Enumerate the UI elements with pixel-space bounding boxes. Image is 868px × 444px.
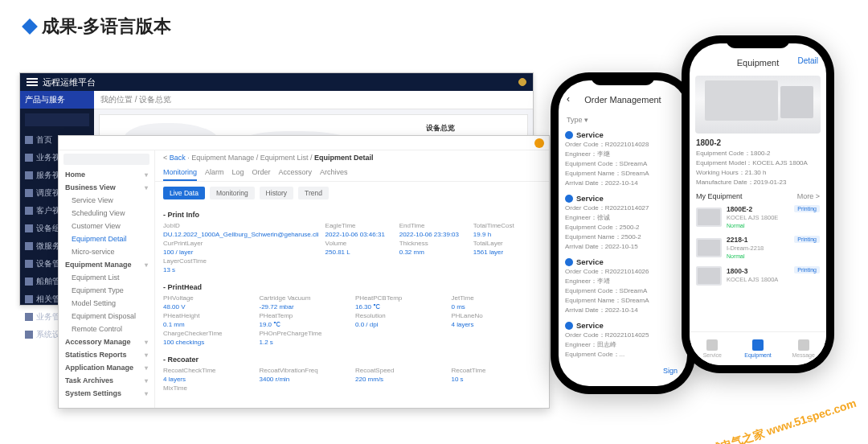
sidebar-item[interactable]: System Settings▾ bbox=[59, 387, 154, 400]
hamburger-icon[interactable] bbox=[27, 78, 38, 86]
desktop-window-en: Home▾Business View▾Service ViewSchedulin… bbox=[58, 135, 550, 409]
service-card[interactable]: ServiceOrder Code：R20221014026Engineer：李… bbox=[565, 257, 681, 314]
tabbar-equipment[interactable]: Equipment bbox=[735, 332, 781, 365]
breadcrumb-en: < Back · Equipment Manage / Equipment Li… bbox=[155, 150, 549, 165]
sidebar-en: Home▾Business View▾Service ViewSchedulin… bbox=[59, 136, 155, 408]
phone-title-2: Equipment bbox=[737, 58, 780, 68]
sign-link[interactable]: Sign bbox=[565, 365, 681, 376]
avatar-icon[interactable] bbox=[534, 138, 544, 148]
service-card[interactable]: ServiceOrder Code：R20221014025Engineer：田… bbox=[565, 321, 681, 359]
sidebar-item[interactable]: Equipment Type bbox=[59, 284, 154, 297]
btn-monitoring[interactable]: Monitoring bbox=[210, 187, 255, 199]
btn-trend[interactable]: Trend bbox=[298, 187, 329, 199]
sidebar-item[interactable]: Equipment Disposal bbox=[59, 310, 154, 323]
watermark: 环球电气之家 www.51spec.com bbox=[698, 397, 858, 444]
sidebar-search-en[interactable] bbox=[63, 154, 149, 165]
more-link[interactable]: More > bbox=[797, 192, 820, 200]
phone-equipment: Equipment Detail 1800-2 Equipment Code：1… bbox=[682, 35, 834, 373]
back-icon[interactable]: ‹ bbox=[567, 93, 570, 105]
tabs-en: MonitoringAlarmLogOrderAccessoryArchives bbox=[155, 165, 549, 182]
sidebar-item[interactable]: Statistics Reports▾ bbox=[59, 348, 154, 361]
equipment-name: 1800-2 bbox=[690, 137, 826, 149]
btn-history[interactable]: History bbox=[260, 187, 293, 199]
sidebar-tab[interactable]: 产品与服务 bbox=[20, 91, 94, 109]
sidebar-search[interactable] bbox=[25, 113, 89, 126]
tab-log[interactable]: Log bbox=[232, 165, 244, 181]
phone-order-management: ‹ Order Management Type ▾ ServiceOrder C… bbox=[551, 72, 695, 394]
status-badge: Printing bbox=[794, 236, 820, 243]
section-print-info: - Print Info bbox=[163, 211, 541, 219]
equipment-row[interactable]: 1800E-2KOCEL AJS 1800ENormalPrinting bbox=[690, 202, 826, 232]
title-text: 成果-多语言版本 bbox=[42, 14, 171, 39]
btn-live-data[interactable]: Live Data bbox=[163, 187, 205, 199]
window-header: 远程运维平台 bbox=[20, 73, 533, 91]
window-header-2 bbox=[59, 136, 549, 150]
sidebar-item[interactable]: Accessory Manage▾ bbox=[59, 335, 154, 348]
sidebar-item[interactable]: Equipment Manage▾ bbox=[59, 258, 154, 271]
service-card[interactable]: ServiceOrder Code：R20221014027Engineer：徐… bbox=[565, 194, 681, 251]
service-icon bbox=[565, 322, 573, 330]
tabbar-service[interactable]: Service bbox=[690, 332, 735, 365]
sidebar-item[interactable]: Task Archives▾ bbox=[59, 374, 154, 387]
service-card[interactable]: ServiceOrder Code：R20221014028Engineer：李… bbox=[565, 130, 681, 187]
sidebar-item[interactable]: Scheduling View bbox=[59, 207, 154, 220]
tab-accessory[interactable]: Accessory bbox=[279, 165, 313, 181]
sidebar-item[interactable]: Service View bbox=[59, 194, 154, 207]
tab-archives[interactable]: Archives bbox=[320, 165, 348, 181]
status-badge: Printing bbox=[794, 205, 820, 212]
tab-order[interactable]: Order bbox=[252, 165, 271, 181]
equipment-image bbox=[695, 76, 821, 134]
equipment-row[interactable]: 1800-3KOCEL AJS 1800APrinting bbox=[690, 263, 826, 289]
sidebar-item[interactable]: Micro-service bbox=[59, 245, 154, 258]
tab-monitoring[interactable]: Monitoring bbox=[163, 165, 197, 181]
sidebar-item[interactable]: Business View▾ bbox=[59, 181, 154, 194]
tab-alarm[interactable]: Alarm bbox=[205, 165, 224, 181]
sidebar-item[interactable]: Model Setting bbox=[59, 297, 154, 310]
sidebar-item[interactable]: Equipment List bbox=[59, 271, 154, 284]
tab-bar: ServiceEquipmentMessage bbox=[690, 331, 826, 365]
phone-title: Order Management bbox=[584, 95, 661, 105]
equipment-thumb bbox=[696, 266, 722, 286]
subtabs-en: Live DataMonitoringHistoryTrend bbox=[155, 182, 549, 204]
diamond-icon bbox=[22, 18, 38, 35]
section-recoater: - Recoater bbox=[163, 356, 541, 364]
equipment-thumb bbox=[696, 238, 722, 257]
sidebar-item[interactable]: Customer View bbox=[59, 220, 154, 232]
slide-title: 成果-多语言版本 bbox=[24, 14, 171, 39]
service-icon bbox=[565, 131, 573, 139]
avatar-icon[interactable] bbox=[518, 78, 526, 86]
app-title: 远程运维平台 bbox=[43, 76, 96, 88]
service-icon bbox=[565, 195, 573, 203]
my-equipment-header: My Equipment More > bbox=[690, 187, 826, 202]
service-icon bbox=[565, 258, 573, 266]
sidebar-item[interactable]: Remote Control bbox=[59, 323, 154, 335]
tabbar-message[interactable]: Message bbox=[780, 332, 826, 365]
equipment-thumb bbox=[696, 208, 722, 227]
section-printhead: - PrintHead bbox=[163, 283, 541, 291]
equipment-specs: Equipment Code：1800-2Equipment Model：KOC… bbox=[690, 149, 826, 187]
detail-link[interactable]: Detail bbox=[797, 56, 818, 65]
breadcrumb: 我的位置 / 设备总览 bbox=[94, 91, 533, 109]
type-filter[interactable]: Type ▾ bbox=[565, 113, 681, 127]
status-badge: Printing bbox=[794, 266, 820, 273]
sidebar-item[interactable]: Home▾ bbox=[59, 168, 154, 181]
sidebar-item[interactable]: Equipment Detail bbox=[59, 232, 154, 245]
equipment-row[interactable]: 2218-1I-Dream-2218NormalPrinting bbox=[690, 232, 826, 263]
sidebar-item[interactable]: Application Manage▾ bbox=[59, 361, 154, 374]
